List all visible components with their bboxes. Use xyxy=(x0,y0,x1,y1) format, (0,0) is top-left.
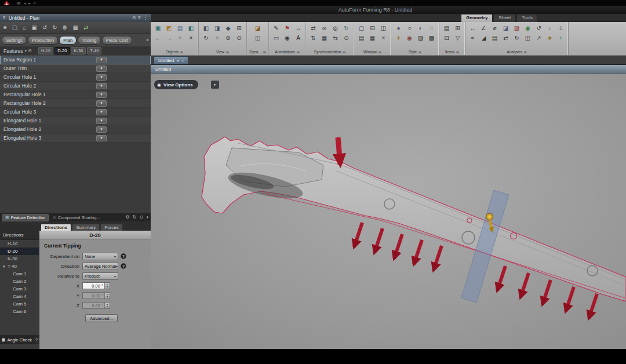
surface-normal-icon[interactable]: ⊥ xyxy=(555,23,566,33)
menu-icon[interactable]: ≡ xyxy=(3,25,7,31)
feature-row-circular-hole-3[interactable]: Circular Hole 3▾ xyxy=(0,108,151,117)
app-menu-icon[interactable]: ▤ xyxy=(17,1,21,5)
angle-y-input[interactable]: 0.00 ° ▴▾ xyxy=(82,292,110,299)
direction-item-cam-1[interactable]: Cam 1 xyxy=(0,270,39,278)
subtab-summary[interactable]: Summary xyxy=(72,224,100,231)
texture-style-icon[interactable]: ▨ xyxy=(415,33,426,43)
panel-close-icon[interactable]: × xyxy=(146,37,149,43)
thinning-analysis-icon[interactable]: ▨ xyxy=(511,23,522,33)
angle-check-checkbox[interactable] xyxy=(2,338,5,342)
history-icon[interactable]: ↻ xyxy=(511,33,522,43)
tab-feature-detection[interactable]: ▦ Feature Detection xyxy=(2,214,49,221)
pan-view-icon[interactable]: + xyxy=(212,33,223,43)
detect-palette-icon[interactable]: ◐ xyxy=(146,215,149,220)
angle-z-input[interactable]: 0.00 ° ▴▾ xyxy=(82,302,110,309)
hide-item-icon[interactable]: ⊟ xyxy=(441,33,452,43)
ribbon-group-expand-icon[interactable]: ⊞ xyxy=(343,50,345,54)
measure-distance-icon[interactable]: ↔ xyxy=(467,23,478,33)
hamburger-icon[interactable]: ≡ xyxy=(3,16,6,20)
feature-operation-button[interactable]: ▾ xyxy=(96,83,107,89)
pin-icon[interactable]: ⊙ xyxy=(132,16,136,20)
direction-item-h-10[interactable]: H-10 xyxy=(0,240,39,247)
features-grid-icon[interactable]: ⊞ xyxy=(28,49,32,53)
section-analysis-icon[interactable]: ◪ xyxy=(500,23,511,33)
feature-row-elongated-hole-2[interactable]: Elongated Hole 2▾ xyxy=(0,125,151,134)
sync-views-icon[interactable]: ⇄ xyxy=(308,23,319,33)
label-icon[interactable]: ▭ xyxy=(271,33,282,43)
transparent-style-icon[interactable]: ◌ xyxy=(426,23,437,33)
relative-to-select[interactable]: Product ▾ xyxy=(82,272,118,280)
new-window-icon[interactable]: ▢ xyxy=(356,23,367,33)
dependent-on-select[interactable]: None ▾ xyxy=(82,253,118,260)
plan-tab-tooling[interactable]: Tooling xyxy=(78,36,100,45)
layout-grid-icon[interactable]: ▦ xyxy=(73,25,78,31)
list-icon[interactable]: ≡ xyxy=(138,16,141,20)
feature-row-circular-hole-1[interactable]: Circular Hole 1▾ xyxy=(0,73,151,82)
tree-expander-icon[interactable]: ▼ xyxy=(2,265,6,268)
feature-operation-button[interactable]: ▾ xyxy=(96,92,107,98)
detect-refresh-icon[interactable]: ↻ xyxy=(133,215,137,220)
close-window-icon[interactable]: × xyxy=(378,33,389,43)
sheet-object-icon[interactable]: ▤ xyxy=(174,23,185,33)
titlebar[interactable]: AutoForm Forming R8 - Untitled xyxy=(0,6,626,14)
part-object-icon[interactable]: ◧ xyxy=(185,23,196,33)
marker-icon[interactable]: ◉ xyxy=(282,33,293,43)
color-style-icon[interactable]: ◉ xyxy=(404,33,415,43)
ribbon-group-expand-icon[interactable]: ⊞ xyxy=(263,50,266,54)
direction-select[interactable]: Average Normal ▾ xyxy=(82,263,118,270)
direction-item-cam-2[interactable]: Cam 2 xyxy=(0,278,39,285)
tab-close-icon[interactable]: × xyxy=(181,59,184,63)
dependent-on-help-icon[interactable]: ? xyxy=(121,253,126,259)
angle-x-input[interactable]: 0.00 ° ▴▾ xyxy=(82,282,110,289)
tile-windows-icon[interactable]: ▦ xyxy=(367,33,378,43)
features-dropdown-icon[interactable]: ▾ xyxy=(25,49,27,53)
plan-tab-plan[interactable]: Plan xyxy=(59,36,77,45)
feature-operation-button[interactable]: ▾ xyxy=(96,135,107,141)
angle-y-spinner[interactable]: ▴▾ xyxy=(104,293,110,299)
direction-help-icon[interactable]: ? xyxy=(121,263,126,269)
feature-operation-button[interactable]: ▾ xyxy=(96,109,107,115)
zoom-out-icon[interactable]: ⊖ xyxy=(234,33,245,43)
prev-object-icon[interactable]: ← xyxy=(152,33,163,43)
more-icon[interactable]: ⋮ xyxy=(143,16,148,20)
feature-row-rectangular-hole-2[interactable]: Rectangular Hole 2▾ xyxy=(0,99,151,108)
feature-row-draw-region-1[interactable]: Draw Region 1▾ xyxy=(0,56,151,64)
split-horizontal-icon[interactable]: ⊟ xyxy=(367,23,378,33)
report-icon[interactable]: ▤ xyxy=(489,33,500,43)
formability-icon[interactable]: ◉ xyxy=(522,23,533,33)
plan-tab-production[interactable]: Production xyxy=(28,36,58,45)
rotate-view-icon[interactable]: ↻ xyxy=(201,33,212,43)
open-file-icon[interactable]: ⌂ xyxy=(23,25,26,31)
document-tab[interactable]: Untitled ▾ × xyxy=(154,56,188,64)
direction-item-d-20[interactable]: D-20 xyxy=(0,247,39,255)
note-icon[interactable]: ✎ xyxy=(271,23,282,33)
feature-row-circular-hole-2[interactable]: Circular Hole 2▾ xyxy=(0,82,151,90)
result-chart-icon[interactable]: ◫ xyxy=(522,33,533,43)
angle-check-row[interactable]: Angle Check ? xyxy=(0,335,39,344)
shaded-style-icon[interactable]: ● xyxy=(393,23,404,33)
wireframe-style-icon[interactable]: ○ xyxy=(404,23,415,33)
ribbon-group-expand-icon[interactable]: ⊞ xyxy=(418,50,421,54)
tab-component-sharing[interactable]: ◇ Component Sharing... xyxy=(50,214,103,221)
ribbon-group-expand-icon[interactable]: ⊞ xyxy=(456,50,459,54)
clipping-plane-icon[interactable]: ◫ xyxy=(252,33,263,43)
draw-depth-icon[interactable]: ↓ xyxy=(544,23,555,33)
flag-icon[interactable]: ⚑ xyxy=(282,23,293,33)
edges-style-icon[interactable]: ▩ xyxy=(426,33,437,43)
feature-column-h-10[interactable]: H-10 xyxy=(38,47,53,54)
sync-link-icon[interactable]: ∞ xyxy=(319,23,330,33)
feature-column-d-20[interactable]: D-20 xyxy=(54,47,70,54)
sync-target-icon[interactable]: ⊙ xyxy=(341,33,352,43)
show-items-icon[interactable]: ▤ xyxy=(441,23,452,33)
dynamic-section-icon[interactable]: ◪ xyxy=(252,23,263,33)
view-options-expand[interactable]: ▸ xyxy=(211,81,219,89)
next-object-icon[interactable]: → xyxy=(163,33,174,43)
split-vertical-icon[interactable]: ◫ xyxy=(378,23,389,33)
direction-item-cam-6[interactable]: Cam 6 xyxy=(0,308,39,315)
feature-operation-button[interactable]: ▾ xyxy=(96,57,107,63)
ribbon-group-expand-icon[interactable]: ⊞ xyxy=(524,50,527,54)
view-front-icon[interactable]: ◧ xyxy=(201,23,212,33)
feature-operation-button[interactable]: ▾ xyxy=(96,118,107,124)
sync-swap-icon[interactable]: ⇆ xyxy=(330,33,341,43)
sync-vertical-icon[interactable]: ⇅ xyxy=(308,33,319,43)
